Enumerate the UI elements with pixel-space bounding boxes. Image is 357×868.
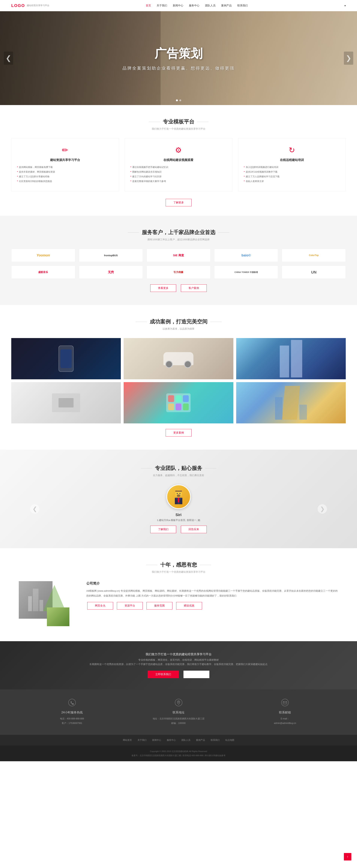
footer-nav-news[interactable]: 新闻中心	[152, 739, 161, 742]
about-btn-3[interactable]: 服务范围	[147, 602, 172, 610]
client-logo-6[interactable]: 盛筋音乐	[11, 266, 75, 279]
hero-dot-2[interactable]	[179, 99, 181, 101]
about-triangle-decoration	[43, 585, 66, 611]
client-logo-text-10: UN	[310, 269, 318, 275]
team-next-button[interactable]: ❯	[318, 504, 327, 514]
case-item-6[interactable]	[236, 382, 346, 424]
client-logo-text-6: 盛筋音乐	[37, 270, 49, 275]
footer-nav-about[interactable]: 关于我们	[138, 739, 147, 742]
nav-item-home[interactable]: 首页	[146, 4, 151, 7]
feature-list-1: 提供网站模板，网页模板免费下载 提供丰富的素材、网页模板建站资源 建立了万人QQ…	[17, 165, 113, 184]
features-learn-more-button[interactable]: 了解更多	[166, 199, 191, 206]
about-title: 十年，感恩有您	[160, 561, 197, 568]
about-btn-1[interactable]: 网页全允	[87, 602, 113, 610]
about-btns: 网页全允 资源平台 服务范围 赠送优惠	[86, 602, 338, 610]
feature-icon-2: ⚙	[130, 146, 227, 154]
contact-email-detail-2: admin@admin8buy.cn	[232, 721, 338, 725]
about-title-line: 十年，感恩有您	[19, 561, 338, 568]
features-title-wrap: 专业模板平台 我们致力于打造一个优质的建站资源共享学习平台	[11, 118, 346, 130]
svg-rect-1	[175, 491, 182, 492]
case-item-3[interactable]	[236, 338, 346, 379]
client-logo-1[interactable]: Yoomon	[11, 249, 75, 262]
clients-cases-button[interactable]: 客户案例	[181, 284, 207, 292]
hero-next-button[interactable]: ❯	[344, 52, 353, 65]
cases-more-button[interactable]: 更多案例	[166, 429, 191, 437]
cta-btns: 立即联系我们 联系方式	[19, 671, 338, 678]
hero-subtitle: 品牌全案策划助企业看得更赢、想得更远、做得更强	[122, 65, 235, 71]
user-menu[interactable]: ▾	[345, 4, 346, 7]
nav-item-news[interactable]: 新闻中心	[173, 4, 183, 7]
feature-list-item: 建立了万人品牌建站学习交流下载	[244, 174, 340, 179]
nav-item-about[interactable]: 关于我们	[157, 4, 167, 7]
nav-item-service[interactable]: 服务中心	[189, 4, 200, 7]
svg-point-11	[281, 699, 289, 706]
client-logo-7[interactable]: 无穷	[79, 266, 143, 279]
footer-bottom: Copyright © 2002-2019 北京某某建站机构 All Right…	[0, 745, 357, 761]
client-logo-3[interactable]: SiE 商意	[147, 249, 210, 262]
cta-info-button[interactable]: 联系方式	[183, 671, 209, 678]
hero-prev-button[interactable]: ❮	[4, 52, 13, 65]
footer-nav-sitemap[interactable]: 站点地图	[225, 739, 234, 742]
feature-list-item: 建立了万人QQ群分享建站经验	[17, 174, 113, 179]
cases-title-line: 成功案例，打造完美空间	[11, 318, 346, 325]
footer-nav-team[interactable]: 团队人员	[181, 739, 190, 742]
team-card: Siri 1.建站方向a.模板平台首页, 首联说一, 她 了解我们 回告应来	[149, 485, 208, 533]
logo-text: LOGO	[11, 3, 25, 8]
about-btn-4[interactable]: 赠送优惠	[176, 602, 202, 610]
case-item-1[interactable]	[11, 338, 121, 379]
contact-section: 24小时服务热线 电话：400-888-888-888 客户：175366979…	[0, 689, 357, 735]
about-intro-text: A8模板网 (www.adminBbuy.cn) 专业提供网站模板、网页模板、网…	[86, 588, 338, 598]
email-icon	[232, 699, 338, 708]
client-logo-10[interactable]: UN	[282, 266, 346, 279]
about-btn-2[interactable]: 资源平台	[117, 602, 143, 610]
cases-title-wrap: 成功案例，打造完美空间 以效果为基准，以品质为保障	[11, 318, 346, 331]
client-logo-4[interactable]: baio©	[214, 249, 278, 262]
team-contact-button[interactable]: 回告应来	[181, 526, 207, 533]
feature-title-3: 在线远程建站培训	[244, 158, 340, 162]
feature-list-item: 是最完整最详细的最大量学习参考	[130, 179, 227, 184]
team-avatar	[167, 485, 191, 509]
case-item-inner-4	[11, 382, 121, 424]
footer-nav-home[interactable]: 网站首页	[123, 739, 132, 742]
nav-item-team[interactable]: 团队人员	[205, 4, 215, 7]
cases-grid	[11, 338, 346, 424]
case-item-inner-5	[124, 382, 233, 424]
svg-point-3	[179, 493, 180, 494]
clients-title-wrap: 服务客户，上千家品牌企业首选 拥有1000家三年以上客户，超过1000家品牌企业…	[11, 229, 346, 241]
cta-contact-button[interactable]: 立即联系我们	[148, 671, 179, 678]
main-nav: 首页 关于我们 新闻中心 服务中心 团队人员 案例产品 联系我们	[146, 4, 248, 7]
case-item-2[interactable]	[124, 338, 233, 379]
team-detail-button[interactable]: 了解我们	[150, 526, 176, 533]
client-logo-text-4: baio©	[240, 252, 252, 258]
clients-btn-wrap: 查看更多 客户案例	[11, 284, 346, 292]
client-logo-2[interactable]: frontopBUS	[79, 249, 143, 262]
client-logo-9[interactable]: CHINA TOWER 中国铁塔	[214, 266, 278, 279]
feature-card-1: ✏ 建站资源共享学习平台 提供网站模板，网页模板免费下载 提供丰富的素材、网页模…	[11, 138, 119, 191]
hero-title: 广告策划	[122, 45, 235, 62]
feature-title-1: 建站资源共享学习平台	[17, 158, 113, 162]
team-prev-button[interactable]: ❮	[30, 504, 39, 514]
contact-phone: 24小时服务热线 电话：400-888-888-888 客户：175366979…	[19, 699, 125, 725]
feature-card-2: ⚙ 在线网站建设视频观看 通过在线视频手把手建站建站记忆识 图解包含网站建设含百…	[125, 138, 232, 191]
footer-nav-service[interactable]: 服务中心	[167, 739, 176, 742]
footer-nav-contact[interactable]: 联系我们	[211, 739, 220, 742]
hero-dot-1[interactable]	[176, 99, 178, 101]
footer-nav: 网站首页 关于我们 新闻中心 服务中心 团队人员 案例产品 联系我们 站点地图	[0, 735, 357, 745]
footer-nav-cases[interactable]: 案例产品	[196, 739, 205, 742]
clients-more-button[interactable]: 查看更多	[150, 284, 176, 292]
client-logo-text-3: SiE 商意	[172, 253, 185, 258]
about-small-image	[47, 608, 69, 626]
logo[interactable]: LOGO 建站经营共享学习平台	[11, 3, 49, 8]
feature-list-item: 图解包含网站建设含百项知识	[130, 169, 227, 174]
logo-subtitle: 建站经营共享学习平台	[27, 4, 49, 7]
case-item-5[interactable]	[124, 382, 233, 424]
nav-item-cases[interactable]: 案例产品	[221, 4, 232, 7]
contact-address: 联系地址 地址：北京市朝阳区北苑路双拥西大街国际大厦三层 邮编：100000	[125, 699, 232, 725]
nav-item-contact[interactable]: 联系我们	[237, 4, 248, 7]
feature-icon-3: ↻	[244, 146, 340, 154]
feature-list-item: 创始人老师亲主讲	[244, 179, 340, 184]
client-logo-5[interactable]: ColorTop	[282, 249, 346, 262]
case-item-4[interactable]	[11, 382, 121, 424]
client-logo-8[interactable]: 引力传媒	[147, 266, 210, 279]
team-member-name: Siri	[149, 513, 208, 517]
